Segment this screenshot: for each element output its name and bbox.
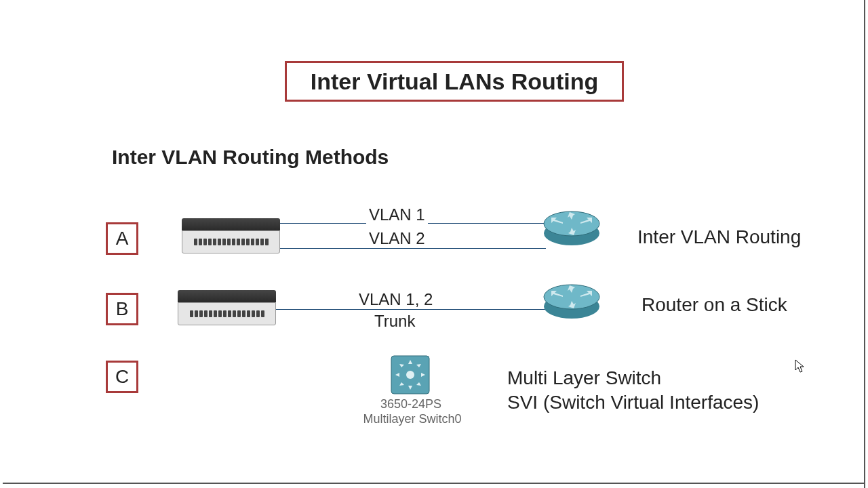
link-line-b bbox=[276, 309, 546, 310]
link-label-vlan12: VLAN 1, 2 bbox=[356, 290, 435, 309]
section-heading: Inter VLAN Routing Methods bbox=[112, 146, 389, 169]
method-label-c-line1: Multi Layer Switch bbox=[507, 367, 661, 389]
slide-right-border bbox=[864, 0, 865, 488]
method-label-a: Inter VLAN Routing bbox=[637, 226, 801, 248]
switch-icon bbox=[178, 290, 276, 325]
mlswitch-caption-model: 3650-24PS bbox=[378, 397, 443, 411]
slide-bottom-border bbox=[3, 483, 865, 484]
switch-icon bbox=[182, 218, 280, 253]
method-letter-a: A bbox=[106, 222, 138, 255]
mlswitch-caption-name: Multilayer Switch0 bbox=[358, 412, 467, 426]
mouse-cursor-icon bbox=[795, 359, 804, 373]
link-label-trunk: Trunk bbox=[372, 312, 418, 331]
link-line-a2 bbox=[280, 248, 546, 249]
method-letter-b: B bbox=[106, 293, 138, 325]
multilayer-switch-icon bbox=[390, 354, 431, 395]
link-label-vlan1: VLAN 1 bbox=[366, 205, 428, 224]
slide-title: Inter Virtual LANs Routing bbox=[285, 61, 624, 102]
router-icon bbox=[542, 283, 601, 320]
method-label-b: Router on a Stick bbox=[642, 294, 787, 316]
method-label-c-line2: SVI (Switch Virtual Interfaces) bbox=[507, 392, 759, 413]
method-letter-c: C bbox=[106, 361, 138, 393]
link-label-vlan2: VLAN 2 bbox=[366, 229, 428, 248]
svg-point-7 bbox=[406, 371, 414, 379]
router-icon bbox=[542, 210, 601, 247]
